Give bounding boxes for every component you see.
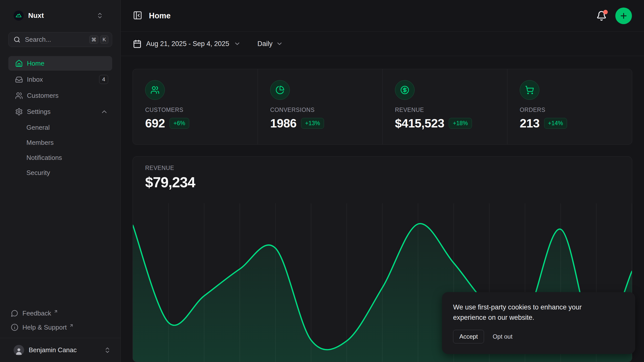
- avatar: [14, 345, 24, 355]
- stat-label: REVENUE: [395, 107, 502, 113]
- panel-left-close-icon: [133, 11, 142, 20]
- stat-delta-badge: +14%: [544, 118, 567, 129]
- chevrons-up-down-icon: [104, 347, 111, 354]
- sidebar-item-label: Settings: [27, 108, 96, 116]
- accept-cookies-button[interactable]: Accept: [453, 330, 484, 343]
- notification-dot: [603, 10, 608, 14]
- stat-customers[interactable]: CUSTOMERS 692 +6%: [133, 69, 258, 144]
- external-link-icon: [69, 323, 74, 328]
- add-button[interactable]: [615, 8, 632, 24]
- stat-label: CUSTOMERS: [145, 107, 253, 113]
- search-placeholder: Search...: [25, 36, 88, 43]
- stat-delta-badge: +6%: [170, 118, 189, 129]
- stat-delta-badge: +18%: [449, 118, 472, 129]
- settings-gear-icon: [15, 108, 23, 116]
- stat-value: $415,523: [395, 116, 444, 130]
- dollar-circle-icon: [395, 80, 415, 100]
- sub-item-label: Notifications: [26, 154, 62, 162]
- sidebar-nav: Home Inbox 4 Customers Settings General …: [8, 56, 112, 181]
- main-area: Home Aug 21, 2025 - Sep 4, 2025 Daily: [121, 0, 644, 362]
- search-input[interactable]: Search... ⌘ K: [8, 32, 112, 47]
- stat-value: 692: [145, 116, 165, 130]
- filter-bar: Aug 21, 2025 - Sep 4, 2025 Daily: [121, 32, 644, 56]
- revenue-header: REVENUE $79,234: [133, 157, 632, 191]
- cookie-message: We use first-party cookies to enhance yo…: [453, 302, 614, 323]
- date-range-picker[interactable]: Aug 21, 2025 - Sep 4, 2025: [133, 39, 241, 48]
- pie-chart-icon: [270, 80, 290, 100]
- info-circle-icon: [11, 324, 18, 331]
- kbd-k: K: [100, 35, 108, 44]
- sidebar-item-label: Inbox: [27, 76, 95, 83]
- page-title: Home: [149, 11, 596, 20]
- sidebar-subitem-security[interactable]: Security: [8, 166, 112, 180]
- sub-item-label: Security: [26, 169, 50, 177]
- stat-delta-badge: +13%: [301, 118, 324, 129]
- sidebar-item-settings[interactable]: Settings: [8, 104, 112, 119]
- revenue-value: $79,234: [145, 174, 632, 191]
- revenue-label: REVENUE: [145, 165, 632, 171]
- sidebar: Nuxt Search... ⌘ K Home Inbox 4 Customer…: [0, 0, 121, 362]
- sidebar-item-inbox[interactable]: Inbox 4: [8, 72, 112, 87]
- stat-revenue[interactable]: REVENUE $415,523 +18%: [382, 69, 507, 144]
- feedback-link[interactable]: Feedback: [8, 306, 112, 320]
- sub-item-label: General: [26, 124, 50, 131]
- sidebar-footer: Feedback Help & Support: [8, 306, 112, 338]
- help-support-link[interactable]: Help & Support: [8, 320, 112, 334]
- inbox-count-badge: 4: [99, 75, 108, 84]
- external-link-icon: [54, 309, 58, 314]
- app-root: Nuxt Search... ⌘ K Home Inbox 4 Customer…: [0, 0, 644, 362]
- search-icon: [14, 36, 20, 43]
- nuxt-logo-icon: [14, 11, 24, 21]
- calendar-icon: [133, 39, 142, 48]
- brand-name: Nuxt: [28, 12, 92, 20]
- inbox-icon: [15, 76, 23, 83]
- users-icon: [15, 92, 23, 100]
- interval-value: Daily: [257, 40, 272, 48]
- kbd-cmd: ⌘: [89, 35, 98, 44]
- chevron-down-icon: [276, 40, 283, 47]
- plus-icon: [619, 12, 628, 20]
- message-circle-icon: [11, 309, 18, 317]
- sidebar-item-label: Home: [27, 60, 108, 67]
- sub-item-label: Members: [26, 139, 54, 147]
- stat-conversions[interactable]: CONVERSIONS 1986 +13%: [258, 69, 382, 144]
- top-header: Home: [121, 0, 644, 32]
- sidebar-item-customers[interactable]: Customers: [8, 88, 112, 103]
- stat-value: 1986: [270, 116, 297, 130]
- interval-select[interactable]: Daily: [257, 40, 283, 48]
- collapse-sidebar-button[interactable]: [133, 11, 142, 21]
- stat-label: CONVERSIONS: [270, 107, 377, 113]
- sidebar-subitem-general[interactable]: General: [8, 120, 112, 134]
- notifications-button[interactable]: [596, 11, 607, 21]
- sidebar-item-home[interactable]: Home: [8, 56, 112, 71]
- cookie-banner: We use first-party cookies to enhance yo…: [442, 292, 635, 354]
- sidebar-item-label: Customers: [27, 92, 108, 100]
- sidebar-subitem-notifications[interactable]: Notifications: [8, 151, 112, 165]
- chevrons-up-down-icon[interactable]: [96, 12, 103, 19]
- user-menu[interactable]: Benjamin Canac: [0, 338, 120, 362]
- stat-value: 213: [520, 116, 540, 130]
- sidebar-subitem-members[interactable]: Members: [8, 135, 112, 150]
- shopping-cart-icon: [520, 80, 539, 100]
- stats-card: CUSTOMERS 692 +6% CONVERSIONS 1986 +13%: [133, 69, 632, 145]
- team-switcher[interactable]: Nuxt: [0, 0, 120, 26]
- optout-cookies-button[interactable]: Opt out: [493, 333, 512, 340]
- stat-label: ORDERS: [520, 107, 627, 113]
- stat-orders[interactable]: ORDERS 213 +14%: [507, 69, 632, 144]
- help-support-label: Help & Support: [22, 324, 67, 331]
- user-name: Benjamin Canac: [29, 346, 99, 354]
- chevron-up-icon: [100, 108, 108, 116]
- chevron-down-icon: [234, 40, 241, 47]
- users-icon: [145, 80, 165, 100]
- home-icon: [15, 60, 23, 67]
- date-range-value: Aug 21, 2025 - Sep 4, 2025: [146, 40, 229, 48]
- feedback-label: Feedback: [22, 309, 51, 317]
